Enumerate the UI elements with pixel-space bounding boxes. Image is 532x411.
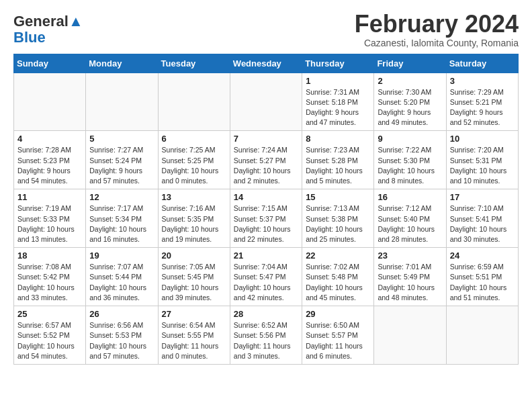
calendar-week-2: 4Sunrise: 7:28 AM Sunset: 5:23 PM Daylig… — [14, 131, 519, 189]
day-number: 27 — [162, 309, 226, 319]
day-info: Sunrise: 7:19 AM Sunset: 5:33 PM Dayligh… — [17, 203, 82, 244]
day-number: 29 — [306, 309, 370, 319]
day-number: 24 — [450, 250, 515, 261]
col-header-wednesday: Wednesday — [230, 54, 302, 73]
logo-text: General▲ Blue — [13, 13, 83, 46]
logo-blue-text: Blue — [13, 29, 46, 46]
title-area: February 2024 Cazanesti, Ialomita County… — [355, 11, 519, 48]
col-header-monday: Monday — [86, 54, 158, 73]
calendar-cell: 8Sunrise: 7:23 AM Sunset: 5:28 PM Daylig… — [302, 131, 374, 189]
calendar-header-row: SundayMondayTuesdayWednesdayThursdayFrid… — [14, 54, 519, 73]
day-info: Sunrise: 7:12 AM Sunset: 5:40 PM Dayligh… — [378, 203, 442, 244]
day-info: Sunrise: 7:17 AM Sunset: 5:34 PM Dayligh… — [89, 203, 154, 244]
day-info: Sunrise: 7:23 AM Sunset: 5:28 PM Dayligh… — [306, 145, 370, 186]
calendar-cell: 26Sunrise: 6:56 AM Sunset: 5:53 PM Dayli… — [86, 306, 158, 365]
calendar-cell: 5Sunrise: 7:27 AM Sunset: 5:24 PM Daylig… — [86, 131, 158, 189]
day-info: Sunrise: 7:02 AM Sunset: 5:48 PM Dayligh… — [306, 262, 370, 303]
logo-general: General — [13, 13, 69, 30]
calendar-cell: 25Sunrise: 6:57 AM Sunset: 5:52 PM Dayli… — [14, 306, 86, 365]
col-header-sunday: Sunday — [14, 54, 86, 73]
day-info: Sunrise: 6:54 AM Sunset: 5:55 PM Dayligh… — [162, 320, 226, 361]
col-header-tuesday: Tuesday — [158, 54, 230, 73]
calendar-cell: 20Sunrise: 7:05 AM Sunset: 5:45 PM Dayli… — [158, 248, 230, 306]
day-info: Sunrise: 6:50 AM Sunset: 5:57 PM Dayligh… — [306, 320, 370, 361]
calendar-cell: 13Sunrise: 7:16 AM Sunset: 5:35 PM Dayli… — [158, 189, 230, 248]
calendar-cell: 2Sunrise: 7:30 AM Sunset: 5:20 PM Daylig… — [374, 73, 446, 131]
day-info: Sunrise: 7:15 AM Sunset: 5:37 PM Dayligh… — [234, 203, 298, 244]
day-number: 10 — [450, 134, 515, 144]
day-info: Sunrise: 7:27 AM Sunset: 5:24 PM Dayligh… — [89, 145, 154, 186]
calendar-cell — [86, 73, 158, 131]
calendar-cell — [374, 306, 446, 365]
day-info: Sunrise: 6:57 AM Sunset: 5:52 PM Dayligh… — [17, 320, 82, 361]
subtitle: Cazanesti, Ialomita County, Romania — [355, 38, 519, 48]
day-number: 1 — [306, 76, 370, 86]
calendar-week-4: 18Sunrise: 7:08 AM Sunset: 5:42 PM Dayli… — [14, 248, 519, 306]
day-number: 26 — [89, 309, 154, 319]
day-number: 15 — [306, 192, 370, 202]
calendar-week-1: 1Sunrise: 7:31 AM Sunset: 5:18 PM Daylig… — [14, 73, 519, 131]
day-number: 13 — [162, 192, 226, 202]
calendar-cell: 21Sunrise: 7:04 AM Sunset: 5:47 PM Dayli… — [230, 248, 302, 306]
day-info: Sunrise: 7:10 AM Sunset: 5:41 PM Dayligh… — [450, 203, 515, 244]
day-number: 8 — [306, 134, 370, 144]
day-number: 25 — [17, 309, 82, 319]
day-number: 22 — [306, 250, 370, 261]
calendar-cell: 12Sunrise: 7:17 AM Sunset: 5:34 PM Dayli… — [86, 189, 158, 248]
day-info: Sunrise: 7:30 AM Sunset: 5:20 PM Dayligh… — [378, 87, 442, 128]
day-info: Sunrise: 7:24 AM Sunset: 5:27 PM Dayligh… — [234, 145, 298, 186]
day-info: Sunrise: 7:31 AM Sunset: 5:18 PM Dayligh… — [306, 87, 370, 128]
day-info: Sunrise: 7:07 AM Sunset: 5:44 PM Dayligh… — [89, 262, 154, 303]
day-number: 14 — [234, 192, 298, 202]
day-number: 6 — [162, 134, 226, 144]
day-number: 7 — [234, 134, 298, 144]
calendar-cell: 23Sunrise: 7:01 AM Sunset: 5:49 PM Dayli… — [374, 248, 446, 306]
calendar-cell: 10Sunrise: 7:20 AM Sunset: 5:31 PM Dayli… — [446, 131, 518, 189]
day-number: 12 — [89, 192, 154, 202]
calendar-cell: 3Sunrise: 7:29 AM Sunset: 5:21 PM Daylig… — [446, 73, 518, 131]
month-title: February 2024 — [355, 11, 519, 38]
day-number: 4 — [17, 134, 82, 144]
calendar-cell: 18Sunrise: 7:08 AM Sunset: 5:42 PM Dayli… — [14, 248, 86, 306]
day-number: 3 — [450, 76, 515, 86]
calendar-cell: 6Sunrise: 7:25 AM Sunset: 5:25 PM Daylig… — [158, 131, 230, 189]
calendar-cell: 7Sunrise: 7:24 AM Sunset: 5:27 PM Daylig… — [230, 131, 302, 189]
calendar-cell: 16Sunrise: 7:12 AM Sunset: 5:40 PM Dayli… — [374, 189, 446, 248]
day-number: 21 — [234, 250, 298, 261]
day-number: 11 — [17, 192, 82, 202]
day-number: 16 — [378, 192, 442, 202]
day-info: Sunrise: 6:52 AM Sunset: 5:56 PM Dayligh… — [234, 320, 298, 361]
logo-blue: ▲ — [69, 13, 83, 30]
day-info: Sunrise: 7:13 AM Sunset: 5:38 PM Dayligh… — [306, 203, 370, 244]
day-info: Sunrise: 6:59 AM Sunset: 5:51 PM Dayligh… — [450, 262, 515, 303]
day-number: 28 — [234, 309, 298, 319]
calendar-cell: 15Sunrise: 7:13 AM Sunset: 5:38 PM Dayli… — [302, 189, 374, 248]
day-info: Sunrise: 7:16 AM Sunset: 5:35 PM Dayligh… — [162, 203, 226, 244]
calendar: SundayMondayTuesdayWednesdayThursdayFrid… — [13, 54, 519, 365]
day-info: Sunrise: 7:20 AM Sunset: 5:31 PM Dayligh… — [450, 145, 515, 186]
col-header-thursday: Thursday — [302, 54, 374, 73]
col-header-friday: Friday — [374, 54, 446, 73]
day-number: 23 — [378, 250, 442, 261]
day-info: Sunrise: 6:56 AM Sunset: 5:53 PM Dayligh… — [89, 320, 154, 361]
header: General▲ Blue February 2024 Cazanesti, I… — [13, 11, 519, 48]
calendar-cell: 29Sunrise: 6:50 AM Sunset: 5:57 PM Dayli… — [302, 306, 374, 365]
calendar-cell: 27Sunrise: 6:54 AM Sunset: 5:55 PM Dayli… — [158, 306, 230, 365]
calendar-cell — [14, 73, 86, 131]
day-number: 17 — [450, 192, 515, 202]
day-info: Sunrise: 7:08 AM Sunset: 5:42 PM Dayligh… — [17, 262, 82, 303]
calendar-cell: 24Sunrise: 6:59 AM Sunset: 5:51 PM Dayli… — [446, 248, 518, 306]
calendar-cell — [446, 306, 518, 365]
day-number: 20 — [162, 250, 226, 261]
calendar-cell — [158, 73, 230, 131]
day-info: Sunrise: 7:22 AM Sunset: 5:30 PM Dayligh… — [378, 145, 442, 186]
day-number: 19 — [89, 250, 154, 261]
day-info: Sunrise: 7:05 AM Sunset: 5:45 PM Dayligh… — [162, 262, 226, 303]
calendar-cell: 4Sunrise: 7:28 AM Sunset: 5:23 PM Daylig… — [14, 131, 86, 189]
calendar-cell: 14Sunrise: 7:15 AM Sunset: 5:37 PM Dayli… — [230, 189, 302, 248]
day-info: Sunrise: 7:28 AM Sunset: 5:23 PM Dayligh… — [17, 145, 82, 186]
day-info: Sunrise: 7:04 AM Sunset: 5:47 PM Dayligh… — [234, 262, 298, 303]
day-number: 5 — [89, 134, 154, 144]
logo: General▲ Blue — [13, 13, 83, 46]
calendar-week-3: 11Sunrise: 7:19 AM Sunset: 5:33 PM Dayli… — [14, 189, 519, 248]
